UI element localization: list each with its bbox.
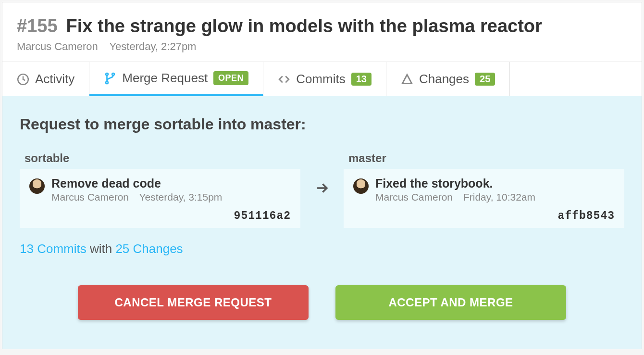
svg-point-3 [106,81,108,84]
svg-point-1 [106,73,108,75]
merge-heading: Request to merge sortable into master: [20,115,624,133]
commits-count-badge: 13 [351,73,372,86]
source-commit-meta: Marcus Cameron Yesterday, 3:15pm [51,191,291,203]
tab-changes[interactable]: Changes 25 [386,62,510,96]
source-commit-author: Marcus Cameron [51,191,129,203]
action-buttons: CANCEL MERGE REQUEST ACCEPT AND MERGE [20,285,624,320]
header-timestamp: Yesterday, 2:27pm [109,40,196,52]
source-commit-card[interactable]: Remove dead code Marcus Cameron Yesterda… [20,169,300,228]
target-commit-card[interactable]: Fixed the storybook. Marcus Cameron Frid… [344,169,624,228]
target-commit-title: Fixed the storybook. [375,177,615,190]
tab-commits-label: Commits [296,72,346,87]
source-branch-name: sortable [20,152,300,165]
cancel-merge-button[interactable]: CANCEL MERGE REQUEST [78,285,309,320]
tab-commits[interactable]: Commits 13 [263,62,386,96]
title-row: #155 Fix the strange glow in models with… [17,16,627,37]
tabs: Activity Merge Request OPEN Commits 13 C… [2,62,642,96]
header-author: Marcus Cameron [17,40,98,52]
changes-link[interactable]: 25 Changes [115,241,183,256]
merge-content: Request to merge sortable into master: s… [2,96,642,349]
target-commit-timestamp: Friday, 10:32am [463,191,535,203]
target-branch-name: master [344,152,624,165]
summary-with: with [87,241,116,256]
avatar [29,178,45,194]
source-commit-timestamp: Yesterday, 3:15pm [139,191,223,203]
commits-link[interactable]: 13 Commits [20,241,87,256]
target-commit-hash: affb8543 [353,210,615,222]
tab-activity[interactable]: Activity [2,62,89,96]
header-meta: Marcus Cameron Yesterday, 2:27pm [17,40,627,53]
code-icon [278,73,290,86]
branch-icon [104,72,116,85]
issue-number: #155 [17,16,58,37]
svg-point-2 [112,73,114,75]
merge-status-badge: OPEN [213,71,248,85]
source-commit-title: Remove dead code [51,177,291,190]
tab-merge-request-label: Merge Request [122,71,208,86]
issue-title: Fix the strange glow in models with the … [66,16,542,37]
header: #155 Fix the strange glow in models with… [2,2,642,62]
merge-request-panel: #155 Fix the strange glow in models with… [2,2,642,349]
target-branch-column: master Fixed the storybook. Marcus Camer… [344,152,624,228]
source-branch-column: sortable Remove dead code Marcus Cameron… [20,152,300,228]
summary-line: 13 Commits with 25 Changes [20,241,624,256]
source-commit-hash: 951116a2 [29,210,291,222]
avatar [353,178,369,194]
branch-row: sortable Remove dead code Marcus Cameron… [20,152,624,228]
clock-icon [17,73,29,86]
target-commit-meta: Marcus Cameron Friday, 10:32am [375,191,615,203]
delta-icon [401,73,413,86]
tab-activity-label: Activity [35,72,74,87]
arrow-right-icon [314,180,330,200]
changes-count-badge: 25 [475,73,495,86]
accept-merge-button[interactable]: ACCEPT AND MERGE [335,285,566,320]
tab-merge-request[interactable]: Merge Request OPEN [89,62,263,96]
target-commit-author: Marcus Cameron [375,191,453,203]
tab-changes-label: Changes [419,72,469,87]
